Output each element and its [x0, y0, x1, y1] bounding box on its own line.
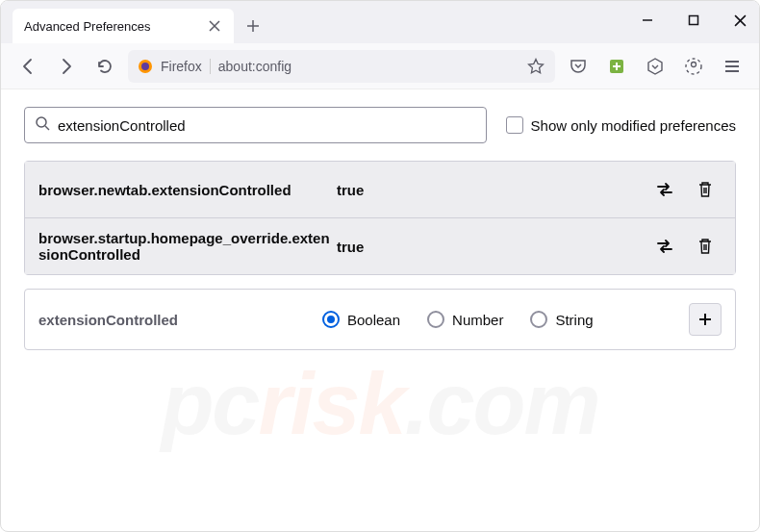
forward-button[interactable] — [51, 51, 82, 82]
show-modified-label: Show only modified preferences — [531, 117, 736, 134]
svg-point-6 — [37, 117, 46, 127]
firefox-icon — [138, 59, 153, 74]
preference-value: true — [337, 182, 414, 198]
radio-icon — [322, 311, 340, 328]
new-preference-actions — [689, 303, 722, 336]
preference-row[interactable]: browser.startup.homepage_override.extens… — [25, 218, 735, 274]
menu-button[interactable] — [717, 51, 747, 82]
svg-point-2 — [141, 63, 149, 70]
account-icon[interactable] — [678, 51, 709, 82]
search-box[interactable] — [24, 107, 487, 143]
toggle-button[interactable] — [648, 173, 681, 206]
radio-icon — [427, 311, 444, 328]
extension-icon[interactable] — [601, 51, 632, 82]
minimize-button[interactable] — [636, 9, 659, 32]
close-window-button[interactable] — [728, 9, 751, 32]
new-tab-button[interactable] — [238, 11, 268, 41]
url-identity-label: Firefox — [161, 59, 211, 74]
new-preference-row: extensionControlled Boolean Number Strin… — [24, 289, 736, 350]
title-bar: Advanced Preferences — [1, 1, 759, 43]
svg-rect-0 — [690, 16, 698, 25]
search-input[interactable] — [58, 117, 476, 134]
preference-value: true — [337, 239, 414, 255]
radio-number[interactable]: Number — [427, 311, 503, 328]
back-button[interactable] — [13, 51, 43, 82]
preference-name: browser.startup.homepage_override.extens… — [38, 230, 337, 263]
page-content: Show only modified preferences browser.n… — [1, 89, 759, 367]
search-row: Show only modified preferences — [24, 107, 736, 143]
new-preference-name: extensionControlled — [38, 312, 322, 328]
bookmark-star-icon[interactable] — [526, 57, 545, 76]
url-bar[interactable]: Firefox about:config — [128, 50, 555, 83]
toggle-button[interactable] — [648, 230, 681, 263]
preference-list: browser.newtab.extensionControlled true … — [24, 161, 736, 275]
radio-boolean[interactable]: Boolean — [322, 311, 400, 328]
radio-string[interactable]: String — [530, 311, 593, 328]
maximize-button[interactable] — [682, 9, 705, 32]
preference-name: browser.newtab.extensionControlled — [38, 182, 337, 198]
close-tab-icon[interactable] — [207, 18, 222, 34]
radio-icon — [530, 311, 547, 328]
search-icon — [35, 115, 50, 135]
preference-row[interactable]: browser.newtab.extensionControlled true — [25, 162, 735, 218]
browser-tab[interactable]: Advanced Preferences — [13, 9, 234, 43]
downloads-icon[interactable] — [640, 51, 671, 82]
reload-button[interactable] — [89, 51, 120, 82]
type-radio-group: Boolean Number String — [322, 311, 594, 328]
url-text: about:config — [218, 59, 519, 74]
show-modified-checkbox[interactable] — [506, 116, 523, 134]
browser-toolbar: Firefox about:config — [1, 43, 759, 89]
delete-button[interactable] — [689, 173, 722, 206]
show-modified-checkbox-row[interactable]: Show only modified preferences — [506, 116, 736, 134]
watermark: pcrisk.com — [161, 355, 598, 454]
preference-actions — [648, 230, 722, 263]
tab-title: Advanced Preferences — [24, 19, 207, 34]
preference-actions — [648, 173, 722, 206]
delete-button[interactable] — [689, 230, 722, 263]
add-button[interactable] — [689, 303, 722, 336]
pocket-icon[interactable] — [563, 51, 594, 82]
window-controls — [636, 9, 751, 32]
svg-point-5 — [692, 62, 697, 66]
